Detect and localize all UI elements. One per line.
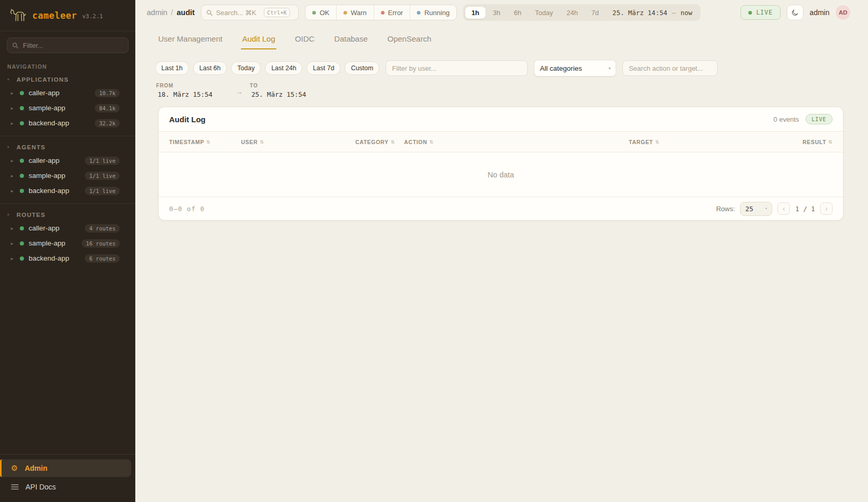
action-target-search-input[interactable] <box>622 60 718 76</box>
section-header-agents[interactable]: ▾ AGENTS <box>0 141 135 153</box>
global-search[interactable]: Ctrl+K <box>201 5 299 20</box>
sort-icon: ⇅ <box>391 139 395 145</box>
sidebar-item-routes-sample-app[interactable]: ▸ sample-app 16 routes <box>0 236 135 251</box>
time-range-6h[interactable]: 6h <box>508 7 528 19</box>
item-label: sample-app <box>29 104 66 112</box>
sidebar-item-agent-caller-app[interactable]: ▸ caller-app 1/1 live <box>0 153 135 168</box>
live-badge: 1/1 live <box>85 157 120 165</box>
breadcrumb: admin / audit <box>147 8 195 17</box>
category-select[interactable]: All categories ▾ <box>534 60 616 76</box>
item-label: caller-app <box>29 157 59 164</box>
time-range-24h[interactable]: 24h <box>560 7 584 19</box>
from-field[interactable]: FROM 18. März 15:54 <box>156 83 236 98</box>
expand-caret-icon[interactable]: ▸ <box>11 241 15 246</box>
to-value[interactable]: 25. März 15:54 <box>250 91 329 98</box>
tab-user-management[interactable]: User Management <box>157 30 223 49</box>
table-header-row: TIMESTAMP⇅ USER⇅ CATEGORY⇅ ACTION⇅ TARGE… <box>159 132 843 152</box>
sidebar-item-caller-app[interactable]: ▸ caller-app 10.7k <box>0 85 135 100</box>
rows-per-page-select[interactable]: 25 ▾ <box>740 202 772 216</box>
status-filter-ok[interactable]: OK <box>305 5 336 20</box>
breadcrumb-parent[interactable]: admin <box>147 8 168 17</box>
sidebar-item-backend-app[interactable]: ▸ backend-app 32.2k <box>0 115 135 131</box>
theme-toggle-button[interactable] <box>787 5 803 20</box>
next-page-button[interactable]: › <box>820 202 833 215</box>
expand-caret-icon[interactable]: ▸ <box>11 188 15 194</box>
column-header-category[interactable]: CATEGORY⇅ <box>355 139 404 145</box>
chip-last-1h[interactable]: Last 1h <box>155 61 189 75</box>
from-label: FROM <box>156 83 236 88</box>
status-dot <box>20 159 24 163</box>
gear-icon: ⚙ <box>11 464 18 473</box>
status-dot <box>20 121 24 125</box>
app-version: v3.2.1 <box>82 13 103 20</box>
expand-caret-icon[interactable]: ▸ <box>11 158 15 163</box>
tab-database[interactable]: Database <box>333 30 368 49</box>
item-label: backend-app <box>29 119 69 127</box>
to-field[interactable]: TO 25. März 15:54 <box>250 83 329 98</box>
expand-caret-icon[interactable]: ▸ <box>11 256 15 261</box>
chip-today[interactable]: Today <box>231 61 261 75</box>
expand-caret-icon[interactable]: ▸ <box>11 173 15 178</box>
expand-caret-icon[interactable]: ▸ <box>11 91 15 96</box>
ok-dot <box>312 11 316 15</box>
time-range-today[interactable]: Today <box>529 7 559 19</box>
username-label: admin <box>810 8 829 17</box>
time-range-7d[interactable]: 7d <box>585 7 605 19</box>
live-toggle-button[interactable]: LIVE <box>741 5 781 20</box>
sidebar-item-api-docs[interactable]: API Docs <box>0 478 131 496</box>
sidebar-item-admin[interactable]: ⚙ Admin <box>0 459 131 477</box>
status-dot <box>20 106 24 110</box>
item-label: sample-app <box>29 172 66 179</box>
status-filter-error[interactable]: Error <box>374 5 410 20</box>
live-badge: 1/1 live <box>85 172 120 180</box>
chip-last-24h[interactable]: Last 24h <box>265 61 302 75</box>
breadcrumb-current: audit <box>177 8 195 17</box>
sidebar: cameleer v3.2.1 NAVIGATION ▾ APPLICATION… <box>0 0 135 502</box>
table-footer: 0–0 of 0 Rows: 25 ▾ ‹ 1 / 1 › <box>159 197 843 220</box>
column-header-timestamp[interactable]: TIMESTAMP⇅ <box>169 139 241 145</box>
global-search-input[interactable] <box>216 9 261 17</box>
time-range-3h[interactable]: 3h <box>487 7 506 19</box>
item-label: caller-app <box>29 89 59 97</box>
chip-last-6h[interactable]: Last 6h <box>193 61 227 75</box>
avatar[interactable]: AD <box>836 5 850 20</box>
sidebar-filter-input[interactable] <box>7 37 129 53</box>
shortcut-badge: Ctrl+K <box>264 8 290 17</box>
status-dot <box>20 256 24 261</box>
time-display[interactable]: 25. März 14:54 — now <box>606 9 698 17</box>
chip-custom[interactable]: Custom <box>344 61 379 75</box>
routes-badge: 16 routes <box>82 239 120 248</box>
time-range-1h[interactable]: 1h <box>465 7 486 19</box>
tab-oidc[interactable]: OIDC <box>294 30 316 49</box>
status-filter-running[interactable]: Running <box>410 5 456 20</box>
collapse-caret-icon: ▾ <box>7 78 10 82</box>
column-header-target[interactable]: TARGET⇅ <box>629 139 802 145</box>
column-header-user[interactable]: USER⇅ <box>241 139 355 145</box>
from-value[interactable]: 18. März 15:54 <box>156 91 236 98</box>
chip-last-7d[interactable]: Last 7d <box>307 61 340 75</box>
sidebar-item-routes-caller-app[interactable]: ▸ caller-app 4 routes <box>0 221 135 236</box>
column-header-result[interactable]: RESULT⇅ <box>802 139 833 145</box>
sidebar-item-agent-backend-app[interactable]: ▸ backend-app 1/1 live <box>0 183 135 198</box>
filter-by-user-input[interactable] <box>386 60 528 76</box>
column-header-action[interactable]: ACTION⇅ <box>404 139 629 145</box>
expand-caret-icon[interactable]: ▸ <box>11 121 15 126</box>
sidebar-item-routes-backend-app[interactable]: ▸ backend-app 6 routes <box>0 251 135 266</box>
expand-caret-icon[interactable]: ▸ <box>11 106 15 111</box>
status-filter-warn[interactable]: Warn <box>336 5 374 20</box>
search-icon <box>12 42 19 49</box>
routes-badge: 4 routes <box>85 224 120 233</box>
prev-page-button[interactable]: ‹ <box>777 202 790 215</box>
sidebar-item-sample-app[interactable]: ▸ sample-app 84.1k <box>0 100 135 115</box>
sort-icon: ⇅ <box>655 139 659 145</box>
section-header-applications[interactable]: ▾ APPLICATIONS <box>0 74 135 85</box>
count-badge: 32.2k <box>95 119 120 127</box>
tab-opensearch[interactable]: OpenSearch <box>387 30 432 49</box>
sort-icon: ⇅ <box>429 139 433 145</box>
logo[interactable]: cameleer v3.2.1 <box>0 0 135 31</box>
item-label: backend-app <box>29 187 69 195</box>
sidebar-item-agent-sample-app[interactable]: ▸ sample-app 1/1 live <box>0 168 135 183</box>
section-header-routes[interactable]: ▾ ROUTES <box>0 209 135 221</box>
tab-audit-log[interactable]: Audit Log <box>241 30 276 49</box>
expand-caret-icon[interactable]: ▸ <box>11 226 15 231</box>
